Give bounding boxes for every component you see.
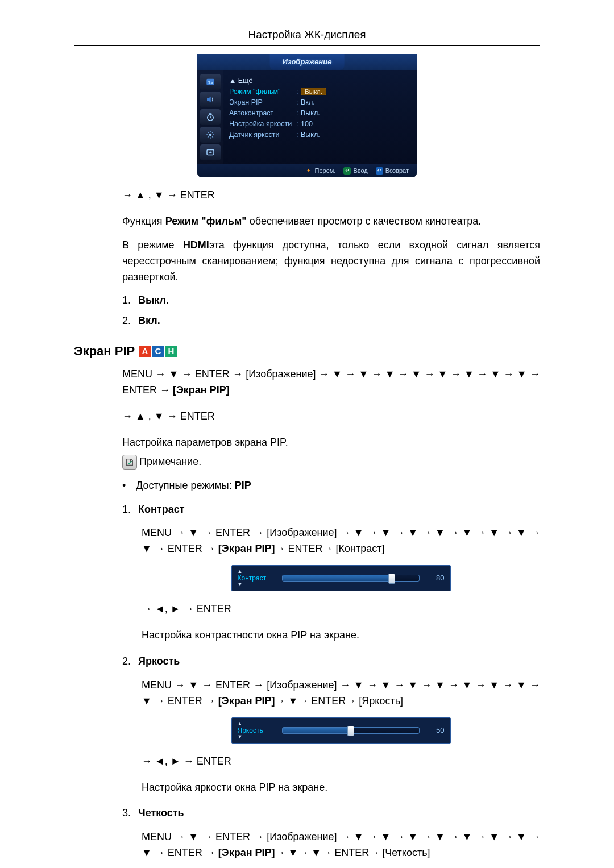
gear-icon [200,127,221,143]
menu-path-sharpness: MENU → ▼ → ENTER → [Изображение] → ▼ → ▼… [142,829,540,861]
osd-hint-move: ✦Перем. [305,167,336,175]
osd-row-more: ▲ Ещё [229,75,411,86]
desc-contrast: Настройка контрастности окна PIP на экра… [142,628,540,643]
slider-label: Контраст [238,574,267,582]
option-off: 1.Выкл. [122,293,540,309]
nav-sequence-contrast: → ◄, ► → ENTER [142,601,540,617]
slider-thumb [347,726,354,736]
triangle-down-icon: ▼ [238,734,243,740]
header-rule [74,45,540,46]
input-icon [200,144,221,160]
desc-brightness: Настройка яркости окна PIP на экране. [142,780,540,796]
slider-brightness: ▲ Яркость ▼ 50 [231,717,451,744]
paragraph-hdmi: В режиме HDMIэта функция доступна, тольк… [122,238,540,285]
item-brightness: 2.Яркость MENU → ▼ → ENTER → [Изображени… [122,654,540,795]
paragraph-pip-desc: Настройка параметров экрана PIP. [122,435,540,451]
nav-sequence: → ▲ , ▼ → ENTER [122,188,540,203]
osd-icon-column [197,70,223,164]
item-sharpness: 3.Четкость MENU → ▼ → ENTER → [Изображен… [122,805,540,861]
triangle-up-icon: ▲ [238,569,243,574]
badge-h: H [165,346,177,357]
nav-sequence-2: → ▲ , ▼ → ENTER [122,409,540,425]
sound-icon [200,92,221,107]
osd-footer: ✦Перем. ↵Ввод ↶Возврат [197,164,417,177]
page: Настройка ЖК-дисплея Изображение ▲ Ещё Р [0,0,614,868]
note-row: Примечание. [122,454,540,470]
osd-row-autocontrast: Автоконтраст:Выкл. [229,107,411,118]
move-icon: ✦ [305,167,313,175]
svg-point-1 [208,81,210,82]
badge-a: A [139,346,151,357]
osd-list: ▲ Ещё Режим "фильм": Выкл. Экран PIP:Вкл… [223,70,417,164]
osd-row-film: Режим "фильм": Выкл. [229,86,411,97]
svg-point-4 [209,134,212,136]
badge-c: C [152,346,164,357]
slider-thumb [388,574,395,584]
osd-row-pip: Экран PIP:Вкл. [229,97,411,107]
osd-header: Изображение [197,54,417,70]
item-contrast: 1.Контраст MENU → ▼ → ENTER → [Изображен… [122,502,540,643]
note-label: Примечание. [139,454,201,470]
osd-row-brightness-sensor: Датчик яркости:Выкл. [229,129,411,140]
timer-icon [200,109,221,125]
svg-rect-3 [209,113,212,114]
nav-sequence-brightness: → ◄, ► → ENTER [142,754,540,770]
osd-menu: Изображение ▲ Ещё Режим "фильм": Выкл. [197,54,417,177]
menu-path-pip: MENU → ▼ → ENTER → [Изображение] → ▼ → ▼… [122,367,540,398]
slider-track [282,575,420,582]
slider-contrast: ▲ Контраст ▼ 80 [231,565,451,591]
menu-path-brightness: MENU → ▼ → ENTER → [Изображение] → ▼ → ▼… [142,678,540,709]
page-title: Настройка ЖК-дисплея [74,28,540,41]
slider-value: 80 [425,572,445,584]
paragraph-film: Функция Режим "фильм" обеспечивает просм… [122,214,540,230]
bullet-modes: • Доступные режимы: PIP [122,478,540,494]
triangle-down-icon: ▼ [238,582,243,587]
enter-icon: ↵ [343,167,351,175]
option-list: 1.Выкл. 2.Вкл. [122,293,540,329]
slider-label: Яркость [238,726,263,734]
picture-icon [200,74,221,90]
osd-title: Изображение [270,54,345,70]
osd-row-brightness-setup: Настройка яркости:100 [229,118,411,129]
menu-path-contrast: MENU → ▼ → ENTER → [Изображение] → ▼ → ▼… [142,525,540,557]
slider-value: 50 [425,725,445,736]
option-on: 2.Вкл. [122,313,540,329]
osd-hint-back: ↶Возврат [376,167,409,175]
back-icon: ↶ [376,167,383,175]
osd-hint-enter: ↵Ввод [343,167,367,175]
note-icon [122,455,137,470]
triangle-up-icon: ▲ [238,721,243,726]
slider-track [282,727,420,734]
section-title-pip: Экран PIP ACH [74,344,540,359]
